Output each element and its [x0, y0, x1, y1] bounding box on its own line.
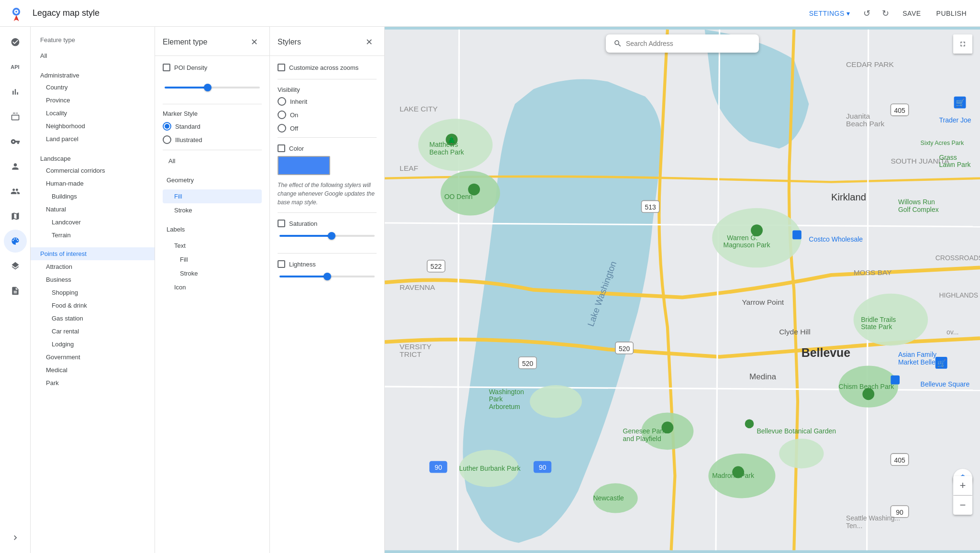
customize-zooms-checkbox[interactable] — [278, 64, 285, 71]
redo-button[interactable]: ↻ — [878, 4, 893, 22]
lightness-checkbox[interactable] — [278, 260, 285, 268]
sidebar-item-person[interactable] — [4, 155, 27, 178]
svg-text:Willows Run: Willows Run — [898, 198, 935, 206]
svg-text:90: 90 — [539, 464, 546, 471]
color-checkbox[interactable] — [278, 144, 285, 152]
feature-item-commercial[interactable]: Commercial corridors — [31, 164, 155, 177]
sidebar-item-badge[interactable] — [4, 105, 27, 128]
saturation-checkbox-label[interactable]: Saturation — [278, 220, 377, 227]
element-labels-icon[interactable]: Icon — [163, 280, 262, 294]
search-input[interactable] — [626, 40, 751, 47]
fullscreen-button[interactable] — [953, 34, 972, 54]
publish-button[interactable]: PUBLISH — [931, 6, 972, 21]
sidebar-item-notes[interactable] — [4, 279, 27, 302]
element-geometry-stroke[interactable]: Stroke — [163, 203, 262, 217]
customize-zooms-text: Customize across zooms — [289, 64, 358, 71]
stylers-panel-close[interactable]: ✕ — [361, 34, 377, 50]
element-labels-text-stroke[interactable]: Stroke — [163, 266, 262, 280]
feature-item-park[interactable]: Park — [31, 376, 155, 389]
styler-note: The effect of the following stylers will… — [278, 181, 377, 207]
lightness-checkbox-label[interactable]: Lightness — [278, 260, 377, 268]
visibility-off-radio[interactable] — [278, 124, 286, 133]
marker-standard-radio[interactable] — [163, 122, 171, 131]
saturation-checkbox[interactable] — [278, 220, 285, 227]
element-labels-text[interactable]: Text — [163, 239, 262, 253]
svg-text:Washington: Washington — [489, 388, 524, 396]
customize-zooms-label[interactable]: Customize across zooms — [278, 64, 377, 71]
feature-item-government[interactable]: Government — [31, 351, 155, 364]
feature-item-car-rental[interactable]: Car rental — [31, 325, 155, 338]
sidebar-item-key[interactable] — [4, 130, 27, 153]
element-all[interactable]: All — [163, 154, 262, 168]
feature-item-locality[interactable]: Locality — [31, 107, 155, 120]
feature-item-attraction[interactable]: Attraction — [31, 260, 155, 273]
visibility-on-option[interactable]: On — [278, 111, 377, 119]
sidebar-item-tools[interactable] — [4, 31, 27, 54]
sidebar-item-expand[interactable] — [4, 526, 27, 549]
settings-button[interactable]: SETTINGS ▾ — [803, 6, 856, 21]
feature-item-neighborhood[interactable]: Neighborhood — [31, 120, 155, 133]
feature-item-gas-station[interactable]: Gas station — [31, 312, 155, 325]
visibility-inherit-radio[interactable] — [278, 97, 286, 106]
marker-standard-option[interactable]: Standard — [163, 122, 262, 131]
visibility-label: Visibility — [278, 86, 377, 93]
color-label: Color — [289, 145, 304, 152]
lightness-slider[interactable] — [278, 268, 377, 289]
sidebar-item-layers[interactable] — [4, 254, 27, 277]
feature-item-buildings[interactable]: Buildings — [31, 190, 155, 203]
map-background: Bellevue Kirkland Medina Yarrow Point Cl… — [385, 27, 980, 553]
feature-item-lodging[interactable]: Lodging — [31, 338, 155, 351]
svg-text:Medina: Medina — [749, 372, 777, 381]
feature-item-points[interactable]: Points of interest — [31, 247, 155, 260]
visibility-on-radio[interactable] — [278, 111, 286, 119]
undo-button[interactable]: ↺ — [859, 4, 874, 22]
save-button[interactable]: SAVE — [897, 6, 926, 21]
visibility-inherit-option[interactable]: Inherit — [278, 97, 377, 106]
sidebar-item-api[interactable]: API — [4, 55, 27, 78]
visibility-section: Visibility Inherit On Off — [278, 86, 377, 133]
feature-item-terrain[interactable]: Terrain — [31, 229, 155, 242]
poi-density-checkbox-label[interactable]: POI Density — [163, 64, 207, 71]
marker-illustrated-option[interactable]: Illustrated — [163, 135, 262, 144]
feature-item-medical[interactable]: Medical — [31, 364, 155, 376]
feature-item-natural[interactable]: Natural — [31, 203, 155, 216]
visibility-off-option[interactable]: Off — [278, 124, 377, 133]
svg-text:LAKE CITY: LAKE CITY — [400, 105, 438, 113]
color-swatch[interactable] — [278, 156, 330, 175]
element-panel-close[interactable]: ✕ — [246, 34, 262, 50]
marker-illustrated-radio[interactable] — [163, 135, 171, 144]
feature-item-business[interactable]: Business — [31, 273, 155, 286]
feature-item-landcover[interactable]: Landcover — [31, 216, 155, 229]
sidebar-item-map[interactable] — [4, 205, 27, 228]
poi-density-checkbox[interactable] — [163, 64, 170, 71]
poi-density-slider[interactable] — [163, 79, 262, 100]
feature-item-land-parcel[interactable]: Land parcel — [31, 133, 155, 145]
feature-section-landscape: Landscape — [31, 151, 155, 164]
svg-text:HIGHLANDS: HIGHLANDS — [939, 291, 978, 299]
zoom-in-button[interactable]: + — [953, 476, 972, 495]
svg-text:405: 405 — [894, 456, 905, 464]
sidebar-item-group[interactable] — [4, 180, 27, 203]
visibility-inherit-label: Inherit — [290, 98, 307, 105]
element-geometry-fill[interactable]: Fill — [163, 189, 262, 203]
feature-item-province[interactable]: Province — [31, 94, 155, 107]
svg-text:RAVENNA: RAVENNA — [400, 283, 435, 291]
element-labels-text-fill[interactable]: Fill — [163, 253, 262, 266]
element-panel-content: POI Density Marker Style Standard — [155, 56, 269, 553]
feature-item-shopping[interactable]: Shopping — [31, 286, 155, 299]
marker-illustrated-label: Illustrated — [175, 136, 202, 144]
feature-item-all[interactable]: All — [31, 49, 155, 62]
feature-section-administrative: Administrative — [31, 68, 155, 81]
color-checkbox-label[interactable]: Color — [278, 144, 377, 152]
sidebar-item-chart[interactable] — [4, 80, 27, 103]
feature-item-human-made[interactable]: Human-made — [31, 177, 155, 190]
saturation-slider[interactable] — [278, 227, 377, 248]
svg-text:Park: Park — [489, 395, 503, 403]
map-search[interactable] — [606, 34, 759, 53]
feature-item-country[interactable]: Country — [31, 81, 155, 94]
zoom-out-button[interactable]: − — [953, 496, 972, 515]
feature-item-food-drink[interactable]: Food & drink — [31, 299, 155, 312]
map-area[interactable]: Bellevue Kirkland Medina Yarrow Point Cl… — [385, 27, 980, 553]
feature-panel: Feature type All Administrative Country … — [31, 27, 155, 553]
sidebar-item-style[interactable] — [4, 230, 27, 253]
